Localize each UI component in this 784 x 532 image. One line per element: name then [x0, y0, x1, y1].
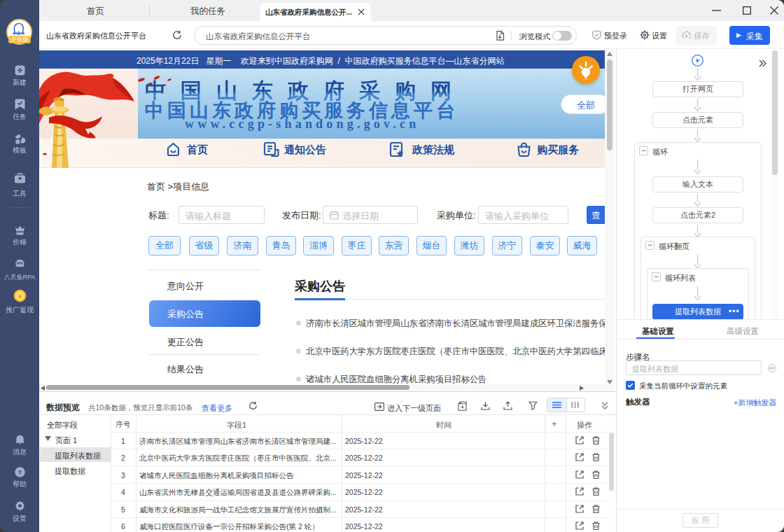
svg-text:RPA: RPA	[17, 262, 24, 265]
svg-text:?: ?	[18, 468, 22, 476]
